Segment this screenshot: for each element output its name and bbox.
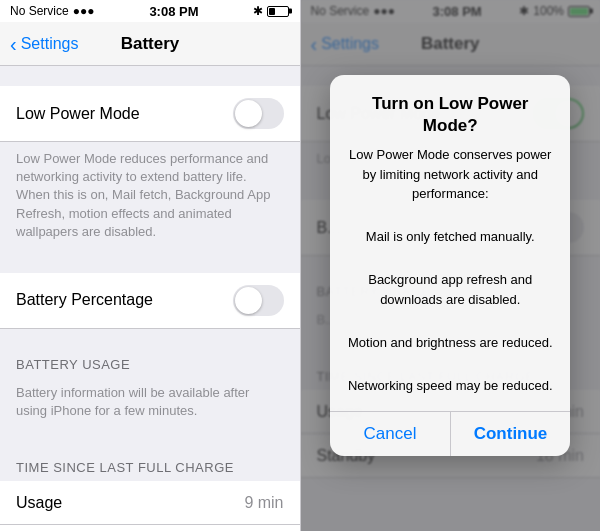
status-left: No Service ●●●: [10, 4, 94, 18]
alert-body-intro: Low Power Mode conserves power by limiti…: [346, 145, 554, 204]
alert-title: Turn on Low Power Mode?: [346, 93, 554, 137]
low-power-mode-label: Low Power Mode: [16, 105, 140, 123]
alert-bullet-3: Motion and brightness are reduced.: [346, 333, 554, 353]
time-since-header: TIME SINCE LAST FULL CHARGE: [0, 440, 300, 481]
battery-percentage-toggle[interactable]: [233, 285, 284, 316]
dialog-overlay: Turn on Low Power Mode? Low Power Mode c…: [301, 0, 601, 531]
back-chevron-left: ‹: [10, 34, 17, 54]
time-left: 3:08 PM: [149, 4, 198, 19]
usage-value: 9 min: [244, 494, 283, 512]
alert-content: Turn on Low Power Mode? Low Power Mode c…: [330, 75, 570, 411]
usage-row: Usage 9 min: [0, 481, 300, 525]
battery-icon-left: [267, 6, 289, 17]
status-right-left: ✱: [253, 4, 289, 18]
wifi-icon-left: ●●●: [73, 4, 95, 18]
alert-dialog: Turn on Low Power Mode? Low Power Mode c…: [330, 75, 570, 456]
standby-row: Standby 18 min: [0, 525, 300, 531]
battery-percentage-row: Battery Percentage: [0, 273, 300, 329]
signal-text-left: No Service: [10, 4, 69, 18]
alert-buttons: Cancel Continue: [330, 412, 570, 456]
back-label-left: Settings: [21, 35, 79, 53]
page-title-left: Battery: [121, 34, 180, 54]
alert-bullet-1: Mail is only fetched manually.: [346, 227, 554, 247]
left-panel: No Service ●●● 3:08 PM ✱ ‹ Settings Batt…: [0, 0, 300, 531]
right-panel: No Service ●●● 3:08 PM ✱ 100% ‹ Settings…: [301, 0, 601, 531]
back-button-left[interactable]: ‹ Settings: [10, 34, 78, 54]
toggle-knob-2: [235, 287, 262, 314]
low-power-description: Low Power Mode reduces performance and n…: [0, 142, 300, 253]
alert-body: Low Power Mode conserves power by limiti…: [346, 145, 554, 395]
bluetooth-icon-left: ✱: [253, 4, 263, 18]
alert-bullet-2: Background app refresh and downloads are…: [346, 270, 554, 309]
status-bar-left: No Service ●●● 3:08 PM ✱: [0, 0, 300, 22]
cancel-button[interactable]: Cancel: [330, 412, 451, 456]
battery-usage-header: BATTERY USAGE: [0, 337, 300, 378]
nav-bar-left: ‹ Settings Battery: [0, 22, 300, 66]
toggle-knob: [235, 100, 262, 127]
low-power-mode-row: Low Power Mode: [0, 86, 300, 142]
low-power-mode-toggle[interactable]: [233, 98, 284, 129]
continue-button[interactable]: Continue: [451, 412, 571, 456]
usage-label: Usage: [16, 494, 62, 512]
alert-bullet-4: Networking speed may be reduced.: [346, 376, 554, 396]
content-left: Low Power Mode Low Power Mode reduces pe…: [0, 66, 300, 531]
battery-usage-info: Battery information will be available af…: [0, 378, 300, 432]
battery-percentage-label: Battery Percentage: [16, 291, 153, 309]
